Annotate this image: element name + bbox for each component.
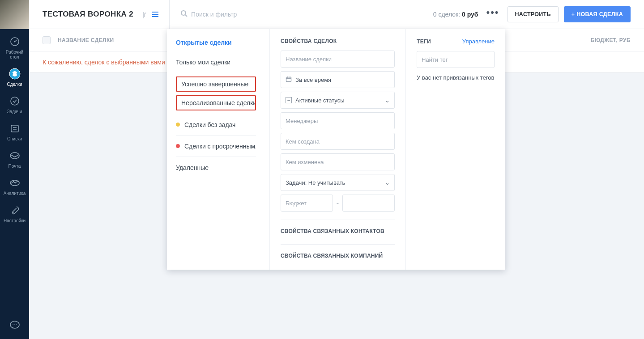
svg-rect-4 — [11, 125, 18, 132]
svg-point-12 — [14, 324, 15, 325]
divider — [281, 220, 395, 220]
status-label: Активные статусы — [295, 97, 345, 104]
more-menu-button[interactable]: ••• — [486, 11, 499, 17]
range-dash: - — [337, 199, 339, 207]
deals-icon — [9, 68, 21, 80]
managers-filter[interactable] — [281, 112, 395, 129]
summary-value: 0 руб — [462, 11, 478, 18]
nav-analytics[interactable]: Аналитика — [0, 173, 29, 200]
deal-properties-title: Свойства сделок — [281, 38, 395, 44]
budget-from-filter[interactable] — [281, 195, 333, 212]
svg-point-3 — [11, 97, 19, 105]
preset-overdue[interactable]: Сделки с просроченным... — [176, 136, 256, 157]
svg-point-13 — [16, 324, 17, 325]
preset-no-tasks[interactable]: Сделки без задач — [176, 114, 256, 136]
chevron-down-icon: ⌄ — [385, 179, 390, 186]
user-avatar[interactable] — [0, 0, 29, 29]
preset-lost-deals[interactable]: Нереализованные сделки — [176, 95, 256, 110]
nav-label: Почта — [9, 164, 21, 169]
svg-point-14 — [181, 11, 186, 15]
list-icon — [9, 122, 21, 135]
managers-input[interactable] — [286, 118, 390, 124]
preset-deleted[interactable]: Удаленные — [176, 157, 256, 178]
wrench-icon — [9, 204, 21, 216]
deal-name-filter[interactable] — [281, 51, 395, 68]
status-filter[interactable]: − Активные статусы ⌄ — [281, 92, 395, 109]
date-label: За все время — [295, 76, 331, 83]
gauge-icon — [9, 35, 21, 48]
dot-yellow-icon — [176, 123, 180, 127]
minus-icon: − — [286, 97, 292, 103]
configure-button[interactable]: Настроить — [508, 6, 559, 22]
svg-rect-15 — [286, 77, 291, 81]
calendar-icon — [286, 76, 292, 84]
dot-red-icon — [176, 144, 180, 148]
nav-label: Задачи — [7, 109, 22, 114]
deals-summary: 0 сделок: 0 руб — [433, 11, 478, 18]
nav-label: Настройки — [4, 218, 26, 223]
date-range-filter[interactable]: За все время — [281, 71, 395, 88]
budget-from-input[interactable] — [286, 200, 328, 207]
created-by-filter[interactable] — [281, 133, 395, 150]
budget-to-filter[interactable] — [342, 195, 395, 212]
svg-point-1 — [14, 41, 15, 42]
preset-my-deals[interactable]: Только мои сделки — [176, 51, 256, 73]
contacts-section-title[interactable]: Свойства связанных контактов — [281, 226, 395, 236]
nav-mail[interactable]: Почта — [0, 146, 29, 173]
nav-tasks[interactable]: Задачи — [0, 91, 29, 119]
summary-count: 0 сделок: — [433, 11, 460, 18]
new-deal-button[interactable]: + Новая сделка — [564, 6, 631, 22]
nav-label: Списки — [7, 136, 22, 141]
nav-settings[interactable]: Настройки — [0, 200, 29, 228]
analytics-icon — [9, 177, 21, 189]
tag-search[interactable] — [417, 51, 495, 68]
left-navigation: Рабочий стол Сделки Задачи Списки Почта — [0, 0, 29, 339]
pipeline-title[interactable]: ТЕСТОВАЯ ВОРОНКА 2 — [43, 10, 133, 19]
preset-open-deals[interactable]: Открытые сделки — [176, 38, 256, 51]
tags-empty-message: У вас нет привязанных тегов — [417, 74, 495, 81]
vertical-divider — [169, 0, 170, 29]
filter-presets-column: Открытые сделки Только мои сделки Успешн… — [167, 29, 270, 270]
search-icon — [180, 10, 188, 19]
svg-point-11 — [13, 324, 13, 325]
tasks-label: Задачи: Не учитывать — [286, 179, 345, 186]
nav-label: Аналитика — [4, 191, 26, 196]
select-all-checkbox[interactable] — [43, 36, 51, 44]
filter-tags-column: Теги Управление У вас нет привязанных те… — [406, 29, 505, 270]
filter-properties-column: Свойства сделок За все время − Активные … — [270, 29, 406, 270]
tags-manage-link[interactable]: Управление — [462, 38, 495, 45]
modified-by-input[interactable] — [286, 159, 390, 165]
kanban-view-icon[interactable]: |ı' — [142, 11, 146, 18]
tags-title: Теги — [417, 38, 431, 45]
created-by-input[interactable] — [286, 138, 390, 145]
column-header-budget[interactable]: Бюджет, руб — [554, 37, 631, 43]
search-box[interactable] — [180, 10, 433, 19]
preset-label: Сделки с просроченным... — [184, 143, 256, 150]
divider — [281, 244, 395, 245]
nav-label: Сделки — [7, 82, 22, 87]
modified-by-filter[interactable] — [281, 153, 395, 170]
nav-lists[interactable]: Списки — [0, 119, 29, 146]
companies-section-title[interactable]: Свойства связанных компаний — [281, 251, 395, 261]
tag-search-input[interactable] — [422, 56, 490, 63]
preset-label: Сделки без задач — [184, 121, 235, 128]
chat-button[interactable] — [0, 319, 29, 331]
mail-icon — [9, 149, 21, 162]
svg-point-7 — [13, 181, 13, 182]
top-bar: ТЕСТОВАЯ ВОРОНКА 2 |ı' 0 сделок: 0 руб •… — [29, 0, 644, 29]
filter-panel: Открытые сделки Только мои сделки Успешн… — [167, 29, 505, 270]
deal-name-input[interactable] — [286, 56, 390, 63]
nav-dashboard[interactable]: Рабочий стол — [0, 32, 29, 64]
list-view-icon[interactable] — [152, 12, 158, 17]
preset-won-deals[interactable]: Успешно завершенные — [176, 76, 256, 92]
search-input[interactable] — [191, 11, 281, 18]
budget-to-input[interactable] — [347, 200, 390, 207]
tasks-filter[interactable]: Задачи: Не учитывать ⌄ — [281, 174, 395, 191]
nav-deals[interactable]: Сделки — [0, 64, 29, 91]
nav-label: Рабочий стол — [6, 50, 23, 59]
chevron-down-icon: ⌄ — [385, 97, 390, 104]
svg-point-8 — [14, 182, 15, 183]
svg-point-9 — [13, 212, 13, 213]
check-circle-icon — [9, 95, 21, 107]
